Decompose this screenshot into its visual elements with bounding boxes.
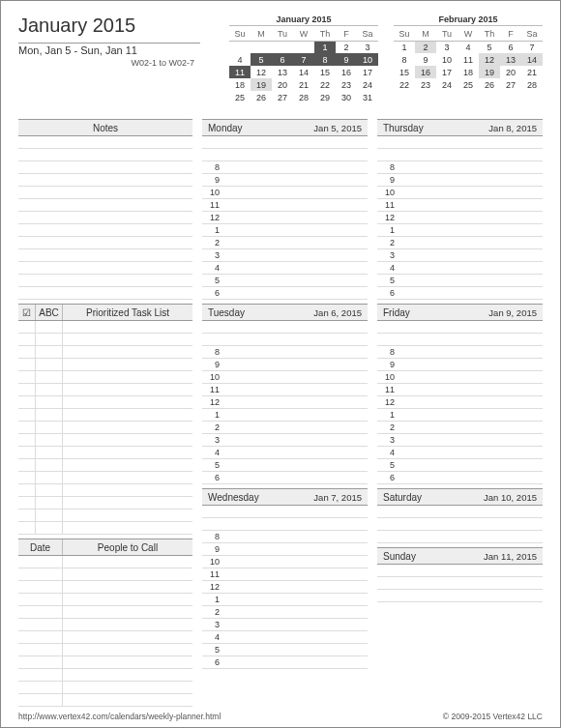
hour-row[interactable]: 11	[202, 568, 368, 581]
ruled-line[interactable]	[377, 518, 543, 531]
hour-row[interactable]: 6	[377, 472, 543, 484]
ruled-line[interactable]	[18, 187, 192, 199]
hour-row[interactable]: 12	[202, 396, 368, 409]
hour-row[interactable]: 2	[202, 237, 368, 249]
hour-row[interactable]: 9	[202, 359, 368, 371]
ruled-line[interactable]	[18, 422, 192, 434]
hour-row[interactable]: 6	[202, 287, 368, 300]
hour-row[interactable]: 1	[377, 224, 543, 237]
hour-row[interactable]: 9	[202, 543, 368, 556]
day-slots[interactable]: 89101112123456	[202, 321, 368, 484]
hour-row[interactable]: 3	[377, 249, 543, 262]
ruled-line[interactable]	[18, 249, 192, 262]
hour-row[interactable]: 6	[202, 656, 368, 669]
hour-row[interactable]: 5	[377, 275, 543, 287]
ruled-line[interactable]	[18, 262, 192, 275]
hour-row[interactable]: 8	[202, 531, 368, 543]
ruled-line[interactable]	[18, 359, 192, 371]
hour-row[interactable]: 4	[377, 447, 543, 459]
ruled-line[interactable]	[18, 631, 192, 644]
hour-row[interactable]: 12	[202, 581, 368, 594]
ruled-line[interactable]	[377, 531, 543, 543]
ruled-line[interactable]	[18, 136, 192, 149]
hour-row[interactable]: 8	[377, 161, 543, 174]
hour-row[interactable]: 3	[377, 434, 543, 447]
ruled-line[interactable]	[377, 577, 543, 590]
ruled-line[interactable]	[377, 506, 543, 518]
ruled-line[interactable]	[18, 384, 192, 396]
hour-row[interactable]: 3	[202, 434, 368, 447]
hour-row[interactable]: 12	[202, 212, 368, 224]
ruled-line[interactable]	[377, 334, 543, 346]
ruled-line[interactable]	[18, 682, 192, 694]
ruled-line[interactable]	[18, 447, 192, 459]
ruled-line[interactable]	[18, 556, 192, 568]
ruled-line[interactable]	[18, 237, 192, 249]
hour-row[interactable]: 1	[377, 409, 543, 422]
ruled-line[interactable]	[18, 409, 192, 422]
day-slots[interactable]: 89101112123456	[377, 136, 543, 300]
ruled-line[interactable]	[18, 669, 192, 682]
hour-row[interactable]: 5	[202, 459, 368, 472]
ruled-line[interactable]	[18, 434, 192, 447]
ruled-line[interactable]	[202, 518, 368, 531]
ruled-line[interactable]	[18, 396, 192, 409]
hour-row[interactable]: 3	[202, 619, 368, 631]
ruled-line[interactable]	[18, 522, 192, 535]
ruled-line[interactable]	[18, 199, 192, 212]
ruled-line[interactable]	[18, 472, 192, 484]
ruled-line[interactable]	[18, 484, 192, 497]
hour-row[interactable]: 4	[202, 631, 368, 644]
ruled-line[interactable]	[202, 149, 368, 161]
ruled-line[interactable]	[18, 275, 192, 287]
ruled-line[interactable]	[18, 644, 192, 656]
hour-row[interactable]: 5	[377, 459, 543, 472]
hour-row[interactable]: 4	[202, 447, 368, 459]
ruled-line[interactable]	[18, 568, 192, 581]
hour-row[interactable]: 6	[377, 287, 543, 300]
ruled-line[interactable]	[18, 334, 192, 346]
ruled-line[interactable]	[18, 161, 192, 174]
hour-row[interactable]: 2	[202, 606, 368, 619]
hour-row[interactable]: 10	[377, 371, 543, 384]
hour-row[interactable]: 9	[377, 174, 543, 187]
day-slots[interactable]: 89101112123456	[377, 321, 543, 484]
hour-row[interactable]: 10	[202, 556, 368, 568]
hour-row[interactable]: 10	[202, 371, 368, 384]
ruled-line[interactable]	[377, 565, 543, 577]
hour-row[interactable]: 12	[377, 396, 543, 409]
ruled-line[interactable]	[18, 619, 192, 631]
hour-row[interactable]: 2	[377, 422, 543, 434]
hour-row[interactable]: 9	[202, 174, 368, 187]
ruled-line[interactable]	[202, 334, 368, 346]
people-lines[interactable]	[18, 556, 192, 707]
ruled-line[interactable]	[18, 510, 192, 522]
hour-row[interactable]: 1	[202, 594, 368, 606]
hour-row[interactable]: 10	[202, 187, 368, 199]
ruled-line[interactable]	[18, 174, 192, 187]
hour-row[interactable]: 1	[202, 224, 368, 237]
ruled-line[interactable]	[377, 136, 543, 149]
hour-row[interactable]: 11	[202, 384, 368, 396]
day-slots[interactable]	[377, 565, 543, 602]
tasks-lines[interactable]	[18, 321, 192, 535]
ruled-line[interactable]	[18, 606, 192, 619]
ruled-line[interactable]	[18, 371, 192, 384]
hour-row[interactable]: 8	[202, 346, 368, 359]
day-slots[interactable]	[377, 506, 543, 543]
ruled-line[interactable]	[18, 656, 192, 669]
hour-row[interactable]: 1	[202, 409, 368, 422]
ruled-line[interactable]	[377, 149, 543, 161]
day-slots[interactable]: 89101112123456	[202, 136, 368, 300]
ruled-line[interactable]	[377, 321, 543, 334]
ruled-line[interactable]	[202, 321, 368, 334]
ruled-line[interactable]	[18, 594, 192, 606]
hour-row[interactable]: 12	[377, 212, 543, 224]
hour-row[interactable]: 5	[202, 644, 368, 656]
ruled-line[interactable]	[18, 346, 192, 359]
hour-row[interactable]: 5	[202, 275, 368, 287]
hour-row[interactable]: 4	[202, 262, 368, 275]
hour-row[interactable]: 6	[202, 472, 368, 484]
ruled-line[interactable]	[18, 694, 192, 707]
hour-row[interactable]: 3	[202, 249, 368, 262]
